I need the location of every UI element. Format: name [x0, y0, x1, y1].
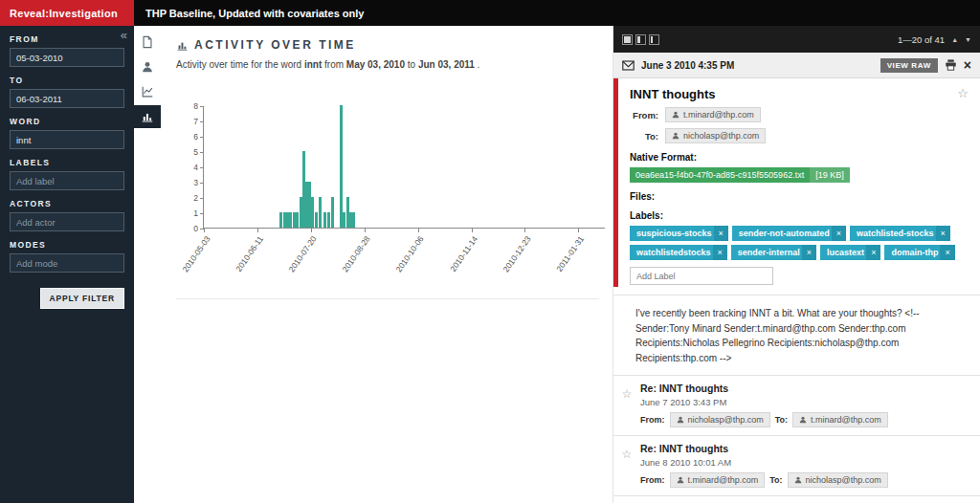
activity-bar[interactable] — [352, 212, 355, 228]
related-email-subject[interactable]: Re: INNT thoughts — [640, 443, 888, 454]
native-format-size: [19 KB] — [810, 167, 850, 183]
label-chip[interactable]: sender-not-automated× — [732, 226, 846, 241]
related-email-subject[interactable]: Re: INNT thoughts — [640, 383, 888, 394]
pagination-text: 1—20 of 41 — [898, 34, 945, 45]
word-input[interactable] — [10, 130, 124, 149]
remove-label-icon[interactable]: × — [940, 245, 954, 260]
label-chip[interactable]: watchlistedstocks× — [630, 245, 727, 260]
add-label-input[interactable] — [630, 267, 773, 285]
labels-input[interactable] — [10, 171, 124, 190]
view-icon-rail — [134, 26, 161, 503]
email-address-chip[interactable]: nicholasp@thp.com — [670, 412, 770, 427]
star-icon[interactable]: ☆ — [619, 443, 635, 488]
activity-bar[interactable] — [323, 212, 326, 228]
label-chips: suspicious-stocks×sender-not-automated×w… — [630, 226, 969, 260]
from-date-input[interactable] — [10, 48, 124, 67]
x-axis-tick — [311, 228, 312, 232]
activity-bar[interactable] — [331, 197, 334, 228]
related-email-item[interactable]: ☆Re: INNT thoughtsJune 8 2010 10:01 AMFr… — [613, 435, 980, 495]
remove-label-icon[interactable]: × — [802, 245, 816, 260]
remove-label-icon[interactable]: × — [832, 226, 846, 241]
email-address-chip[interactable]: nicholasp@thp.com — [788, 472, 888, 488]
next-page-icon[interactable]: ▼ — [965, 36, 971, 43]
apply-filter-button[interactable]: APPLY FILTER — [40, 288, 124, 309]
label-chip[interactable]: watchlisted-stocks× — [850, 226, 950, 241]
subtitle-date-from: May 03, 2010 — [346, 59, 405, 70]
to-label: To: — [769, 475, 782, 485]
activity-bar[interactable] — [327, 212, 330, 228]
files-label: Files: — [630, 191, 969, 202]
related-emails-list: ☆Re: INNT thoughtsJune 7 2010 3:43 PMFro… — [613, 375, 980, 503]
x-axis-tick-label: 2010-08-28 — [341, 234, 372, 273]
y-axis-tick — [200, 198, 204, 199]
to-chip-slot: nicholasp@thp.com — [665, 128, 766, 143]
related-email-item[interactable]: ☆Re: INNT thoughtsJune 7 2010 3:43 PMFro… — [613, 375, 980, 435]
layout-full-icon[interactable] — [622, 34, 633, 45]
prev-page-icon[interactable]: ▲ — [951, 36, 958, 43]
x-axis-tick — [365, 228, 366, 232]
view-raw-button[interactable]: VIEW RAW — [880, 58, 938, 73]
selected-email-indicator — [613, 78, 618, 287]
to-date-input[interactable] — [10, 89, 124, 108]
activity-bar[interactable] — [289, 212, 292, 228]
print-icon[interactable] — [945, 59, 957, 71]
label-chip[interactable]: suspicious-stocks× — [630, 226, 728, 241]
label-chip[interactable]: domain-thp× — [884, 245, 954, 260]
related-email-date: June 7 2010 3:43 PM — [640, 397, 888, 407]
tab-document-view[interactable] — [134, 31, 161, 54]
labels-label: LABELS — [10, 158, 124, 167]
email-viewer-panel: 1—20 of 41 ▲ ▼ June 3 2010 4:35 PM VIEW … — [612, 26, 980, 503]
modes-input[interactable] — [10, 253, 124, 273]
section-divider — [176, 298, 599, 299]
activity-bar[interactable] — [340, 105, 343, 228]
remove-label-icon[interactable]: × — [713, 245, 727, 260]
activity-bar[interactable] — [311, 197, 314, 228]
remove-label-icon[interactable]: × — [866, 245, 880, 260]
y-axis-tick-label: 3 — [181, 178, 198, 187]
email-address-chip[interactable]: nicholasp@thp.com — [665, 128, 766, 143]
person-icon — [141, 60, 154, 74]
email-address-chip[interactable]: t.minard@thp.com — [792, 412, 888, 427]
chart-subtitle: Activity over time for the word innt fro… — [161, 52, 612, 70]
layout-list-icon[interactable] — [649, 34, 659, 45]
person-icon — [677, 416, 684, 424]
star-icon[interactable]: ☆ — [957, 87, 969, 99]
from-label: From: — [640, 415, 665, 425]
label-chip[interactable]: lucastext× — [820, 245, 880, 260]
activity-bar[interactable] — [315, 212, 318, 228]
email-address: t.minard@thp.com — [688, 475, 759, 485]
modes-field: MODES — [10, 240, 124, 273]
star-icon[interactable]: ☆ — [619, 383, 635, 427]
chart-header: ACTIVITY OVER TIME — [161, 26, 612, 52]
subtitle-text: . — [475, 59, 480, 70]
tab-bar-chart-view[interactable] — [134, 105, 161, 128]
layout-split-icon[interactable] — [635, 34, 646, 45]
y-axis-tick-label: 2 — [181, 193, 198, 203]
email-address: nicholasp@thp.com — [688, 415, 764, 425]
x-axis-tick-label: 2010-05-03 — [180, 234, 212, 273]
to-label: To: — [775, 415, 788, 425]
native-format-file-chip[interactable]: 0ea6ea15-f4b0-47f0-ad85-c915f5505962.txt… — [630, 167, 850, 183]
y-axis-tick-label: 4 — [181, 163, 198, 172]
activity-bar[interactable] — [319, 197, 322, 228]
subtitle-word: innt — [304, 59, 322, 70]
subtitle-text: from — [322, 59, 346, 70]
subtitle-date-to: Jun 03, 2011 — [418, 59, 475, 70]
label-chip[interactable]: sender-internal× — [731, 245, 816, 260]
email-subject: INNT thoughts — [630, 87, 716, 101]
remove-label-icon[interactable]: × — [936, 226, 950, 241]
related-email-item[interactable]: ☆recent reportsJune 11 2010 8:14 AMFrom:… — [613, 495, 980, 503]
email-address-chip[interactable]: t.minard@thp.com — [670, 472, 766, 488]
collapse-sidebar-icon[interactable]: « — [121, 29, 127, 41]
tab-line-chart-view[interactable] — [134, 80, 161, 103]
activity-bar[interactable] — [343, 212, 345, 228]
label-chip-text: watchlistedstocks — [630, 245, 713, 260]
activity-bar[interactable] — [279, 212, 282, 228]
email-address-chip[interactable]: t.minard@thp.com — [665, 107, 761, 122]
close-icon[interactable]: × — [964, 58, 971, 72]
activity-bar[interactable] — [296, 212, 299, 228]
tab-actor-view[interactable] — [134, 55, 161, 78]
email-detail: INNT thoughts ☆ From: t.minard@thp.com T… — [613, 78, 980, 503]
actors-input[interactable] — [10, 212, 124, 231]
remove-label-icon[interactable]: × — [714, 226, 728, 241]
